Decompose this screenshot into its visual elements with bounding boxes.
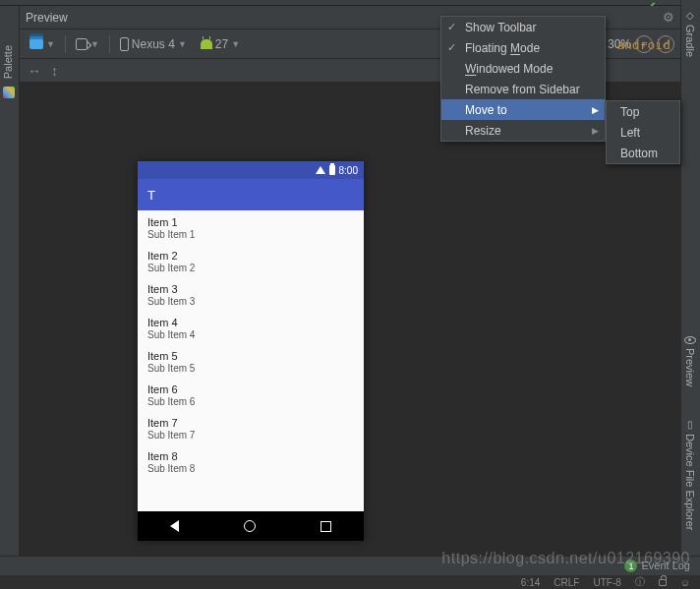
item-subtitle: Sub Item 1 [147,229,354,240]
menu-show-toolbar[interactable]: ✓Show Toolbar [441,17,605,37]
check-icon: ✓ [447,21,456,33]
chevron-down-icon: ▼ [178,39,187,49]
device-frame: 8:00 T Item 1Sub Item 1Item 2Sub Item 2I… [138,161,364,541]
ide-event-bar: 1Event Log [0,556,700,575]
menu-remove-sidebar[interactable]: Remove from Sidebar [441,79,605,99]
device-statusbar: 8:00 [138,161,364,179]
item-subtitle: Sub Item 5 [147,363,354,374]
file-encoding[interactable]: UTF-8 [593,577,620,588]
tab-label: Preview [684,348,696,386]
code-fragment: android [616,37,671,52]
menu-label: Resize [465,124,501,138]
item-subtitle: Sub Item 4 [147,329,354,340]
layers-dropdown[interactable]: ▼ [26,37,59,51]
menu-label: Windowed Mode [465,62,553,76]
menu-label: Top [620,105,639,119]
eye-icon [684,336,696,344]
api-dropdown[interactable]: 27▼ [197,35,244,53]
chevron-down-icon: ▼ [231,39,240,49]
home-icon[interactable] [244,520,256,532]
orientation-icon [76,38,88,50]
event-log-label: Event Log [641,560,690,571]
menu-label: Left [620,126,640,140]
check-icon: ✓ [447,41,456,54]
phone-icon [120,37,129,51]
chevron-right-icon: ▶ [592,126,599,136]
device-dropdown[interactable]: Nexus 4▼ [116,35,191,53]
item-subtitle: Sub Item 2 [147,263,354,273]
submenu-bottom[interactable]: Bottom [607,143,679,163]
wifi-icon [316,166,325,174]
preview-tool-tab[interactable]: Preview [681,330,699,392]
item-title: Item 6 [147,383,354,395]
submenu-top[interactable]: Top [607,101,679,122]
event-log-button[interactable]: 1Event Log [624,560,690,573]
menu-windowed-mode[interactable]: Windowed Mode [441,58,605,79]
recents-icon[interactable] [321,521,331,532]
event-count-badge: 1 [624,560,637,572]
chevron-right-icon: ▶ [592,105,599,115]
menu-label: Show Toolbar [465,21,537,34]
ide-statusbar: 6:14 CRLF UTF-8 ⓘ ☺ [0,575,700,589]
android-icon [201,39,212,49]
pan-horizontal-icon[interactable]: ↔ [28,63,41,79]
right-tool-gutter: ◇ Gradle Preview ▯ Device File Explorer [680,0,700,589]
menu-move-to[interactable]: Move to▶ [441,99,605,120]
device-name: Nexus 4 [132,37,175,51]
menu-label: Move to [465,103,507,117]
list-item[interactable]: Item 8Sub Item 8 [138,444,364,478]
gradle-icon: ◇ [686,10,694,21]
item-title: Item 5 [147,350,354,362]
item-title: Item 7 [147,417,354,429]
palette-tool-tab[interactable]: Palette [2,45,14,79]
submenu-left[interactable]: Left [607,122,679,143]
menu-resize[interactable]: Resize▶ [441,120,605,141]
back-icon[interactable] [170,520,179,532]
caret-position[interactable]: 6:14 [521,577,540,588]
list-item[interactable]: Item 4Sub Item 4 [138,311,364,344]
separator [65,35,66,53]
battery-icon [329,165,335,175]
list-item[interactable]: Item 6Sub Item 6 [138,378,364,411]
phone-icon: ▯ [687,419,693,430]
move-to-submenu: Top Left Bottom [606,100,680,164]
device-appbar: T [138,179,364,210]
menu-label: Bottom [620,147,658,160]
list-item[interactable]: Item 3Sub Item 3 [138,277,364,311]
device-explorer-tool-tab[interactable]: ▯ Device File Explorer [681,413,699,536]
tab-label: Device File Explorer [684,434,696,530]
device-list: Item 1Sub Item 1Item 2Sub Item 2Item 3Su… [138,210,364,511]
layers-icon [29,39,43,49]
item-subtitle: Sub Item 6 [147,396,354,407]
palette-icon [3,87,15,98]
item-title: Item 4 [147,317,354,328]
device-navbar [138,511,364,541]
panel-title: Preview [26,11,68,25]
list-item[interactable]: Item 1Sub Item 1 [138,210,364,244]
menu-floating-mode[interactable]: ✓Floating Mode [441,37,605,58]
gradle-tool-tab[interactable]: ◇ Gradle [681,4,699,63]
context-icon[interactable]: ⓘ [635,575,645,589]
chevron-down-icon: ▼ [46,39,55,49]
preview-canvas: 8:00 T Item 1Sub Item 1Item 2Sub Item 2I… [20,83,680,557]
list-item[interactable]: Item 5Sub Item 5 [138,344,364,378]
list-item[interactable]: Item 7Sub Item 7 [138,411,364,444]
separator [109,35,110,53]
left-tool-gutter: Palette [0,6,20,557]
item-title: Item 8 [147,450,354,462]
app-title: T [147,188,155,203]
pan-vertical-icon[interactable]: ↕ [51,63,58,79]
item-title: Item 3 [147,283,354,295]
clock-text: 8:00 [339,165,358,176]
lock-icon[interactable] [659,579,667,586]
orientation-dropdown[interactable]: ▼ [72,36,103,52]
line-separator[interactable]: CRLF [554,577,579,588]
item-title: Item 2 [147,250,354,262]
inspector-icon[interactable]: ☺ [680,577,690,588]
item-title: Item 1 [147,216,354,228]
list-item[interactable]: Item 2Sub Item 2 [138,244,364,277]
menu-label: Remove from Sidebar [465,83,580,96]
gear-icon[interactable]: ⚙ [663,10,674,25]
api-level: 27 [215,37,228,51]
panel-options-menu: ✓Show Toolbar ✓Floating Mode Windowed Mo… [440,16,606,142]
